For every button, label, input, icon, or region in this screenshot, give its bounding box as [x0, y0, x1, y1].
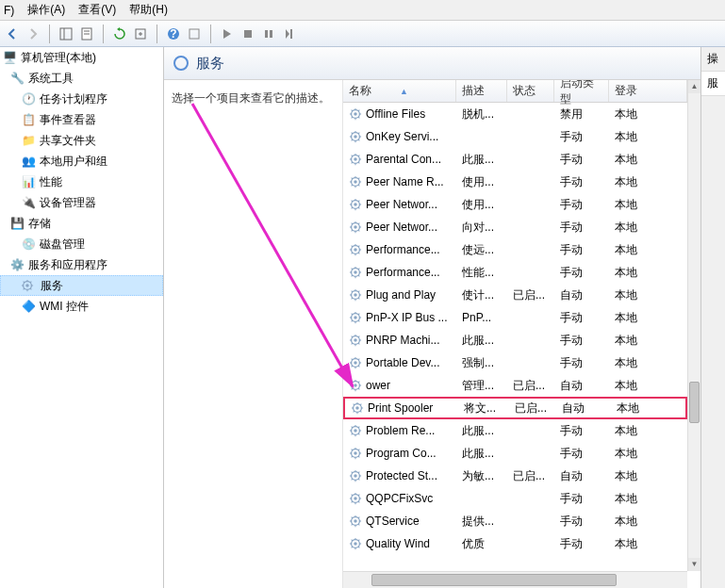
tree-disk-mgmt[interactable]: 💿磁盘管理	[0, 234, 163, 254]
back-icon[interactable]	[4, 25, 21, 42]
help-icon[interactable]: ?	[165, 25, 182, 42]
vertical-scrollbar[interactable]: ▲ ▼	[687, 80, 700, 571]
service-rows: Offline Files脱机...禁用本地OnKey Servi...手动本地…	[343, 103, 687, 571]
service-row[interactable]: ower管理...已启...自动本地	[343, 374, 687, 397]
service-row[interactable]: OnKey Servi...手动本地	[343, 125, 687, 148]
service-row[interactable]: Quality Wind优质手动本地	[343, 532, 687, 555]
tree-shared-folders[interactable]: 📁共享文件夹	[0, 130, 163, 151]
restart-icon[interactable]	[281, 25, 298, 42]
event-icon: 📋	[21, 112, 36, 127]
service-startup: 自动	[554, 378, 609, 394]
service-row[interactable]: Offline Files脱机...禁用本地	[343, 103, 687, 125]
service-row[interactable]: QQPCFixSvc手动本地	[343, 487, 687, 510]
service-name: Peer Networ...	[366, 220, 437, 234]
service-row[interactable]: Peer Networ...向对...手动本地	[343, 216, 687, 238]
horizontal-scrollbar[interactable]	[343, 571, 687, 588]
service-row[interactable]: Parental Con...此服...手动本地	[343, 148, 687, 171]
service-row[interactable]: PNRP Machi...此服...手动本地	[343, 329, 687, 351]
service-gear-icon	[349, 492, 362, 505]
svg-rect-19	[244, 30, 252, 38]
service-row[interactable]: Portable Dev...强制...手动本地	[343, 351, 687, 374]
tree-wmi[interactable]: 🔷WMI 控件	[0, 296, 163, 317]
service-row[interactable]: Performance...性能...手动本地	[343, 261, 687, 284]
service-gear-icon	[349, 469, 362, 482]
service-name: ower	[366, 379, 390, 392]
service-row[interactable]: Plug and Play使计...已启...自动本地	[343, 284, 687, 306]
service-gear-icon	[349, 379, 362, 392]
service-row[interactable]: Print Spooler将文...已启...自动本地	[343, 397, 687, 419]
tree-performance[interactable]: 📊性能	[0, 172, 163, 192]
col-logon[interactable]: 登录	[609, 80, 687, 102]
tree-event-viewer[interactable]: 📋事件查看器	[0, 109, 163, 130]
service-gear-icon	[349, 130, 362, 143]
service-row[interactable]: QTService提供...手动本地	[343, 510, 687, 532]
service-name: Plug and Play	[366, 288, 436, 302]
menu-view[interactable]: 查看(V)	[78, 2, 116, 18]
refresh-icon[interactable]	[111, 25, 128, 42]
users-icon: 👥	[21, 154, 36, 169]
stop-icon[interactable]	[239, 25, 256, 42]
service-gear-icon	[349, 107, 362, 121]
tree-root[interactable]: 🖥️算机管理(本地)	[0, 47, 163, 68]
service-desc: 此服...	[456, 446, 507, 462]
service-row[interactable]: Peer Networ...使用...手动本地	[343, 193, 687, 216]
service-row[interactable]: Problem Re...此服...手动本地	[343, 419, 687, 442]
scroll-down-icon[interactable]: ▼	[688, 558, 700, 571]
tree-device-manager[interactable]: 🔌设备管理器	[0, 192, 163, 213]
tree-services[interactable]: 服务	[0, 275, 163, 296]
disk-icon: 💿	[21, 237, 36, 252]
service-gear-icon	[349, 537, 362, 550]
actions-tab[interactable]: 操	[701, 47, 725, 72]
tree-storage[interactable]: 💾存储	[0, 213, 163, 234]
tree-local-users[interactable]: 👥本地用户和组	[0, 151, 163, 172]
service-name: PNRP Machi...	[366, 334, 439, 347]
col-status[interactable]: 状态	[507, 80, 554, 102]
service-logon: 本地	[609, 265, 687, 281]
service-name: Offline Files	[366, 107, 425, 121]
pause-icon[interactable]	[260, 25, 277, 42]
menu-action[interactable]: 操作(A)	[27, 2, 65, 18]
service-name: PnP-X IP Bus ...	[366, 311, 447, 324]
service-logon: 本地	[609, 242, 687, 258]
service-logon: 本地	[609, 536, 687, 552]
service-gear-icon	[349, 424, 362, 437]
col-desc[interactable]: 描述	[456, 80, 507, 102]
service-logon: 本地	[611, 400, 685, 416]
service-logon: 本地	[609, 355, 687, 371]
play-icon[interactable]	[219, 25, 236, 42]
service-startup: 手动	[554, 355, 609, 371]
service-logon: 本地	[609, 423, 687, 439]
service-row[interactable]: Program Co...此服...手动本地	[343, 442, 687, 465]
hscroll-thumb[interactable]	[371, 574, 617, 586]
service-startup: 手动	[554, 446, 609, 462]
forward-icon[interactable]	[25, 25, 41, 42]
service-gear-icon	[349, 153, 362, 166]
service-logon: 本地	[609, 310, 687, 326]
menu-file[interactable]: F)	[4, 4, 14, 17]
col-startup[interactable]: 启动类型	[554, 80, 609, 102]
col-name[interactable]: 名称▲	[343, 80, 456, 102]
properties-icon[interactable]	[78, 25, 95, 42]
svg-text:?: ?	[170, 27, 176, 41]
show-hide-icon[interactable]	[58, 25, 74, 42]
tree-task-scheduler[interactable]: 🕐任务计划程序	[0, 89, 163, 109]
scroll-thumb[interactable]	[689, 382, 700, 423]
tree-system-tools[interactable]: 🔧系统工具	[0, 68, 163, 89]
service-startup: 手动	[554, 423, 609, 439]
computer-icon: 🖥️	[2, 50, 17, 65]
service-gear-icon	[349, 514, 362, 528]
service-row[interactable]: Performance...使远...手动本地	[343, 238, 687, 261]
service-tab[interactable]: 服	[701, 72, 725, 96]
service-gear-icon	[349, 266, 362, 279]
menu-help[interactable]: 帮助(H)	[129, 2, 168, 18]
service-row[interactable]: Protected St...为敏...已启...自动本地	[343, 465, 687, 487]
service-gear-icon	[349, 198, 362, 211]
service-desc: 使用...	[456, 174, 507, 190]
action-icon[interactable]	[186, 25, 203, 42]
export-icon[interactable]	[132, 25, 149, 42]
service-desc: 此服...	[456, 423, 507, 439]
scroll-up-icon[interactable]: ▲	[688, 80, 700, 93]
service-row[interactable]: Peer Name R...使用...手动本地	[343, 171, 687, 193]
service-row[interactable]: PnP-X IP Bus ...PnP...手动本地	[343, 306, 687, 329]
tree-services-apps[interactable]: ⚙️服务和应用程序	[0, 254, 163, 275]
